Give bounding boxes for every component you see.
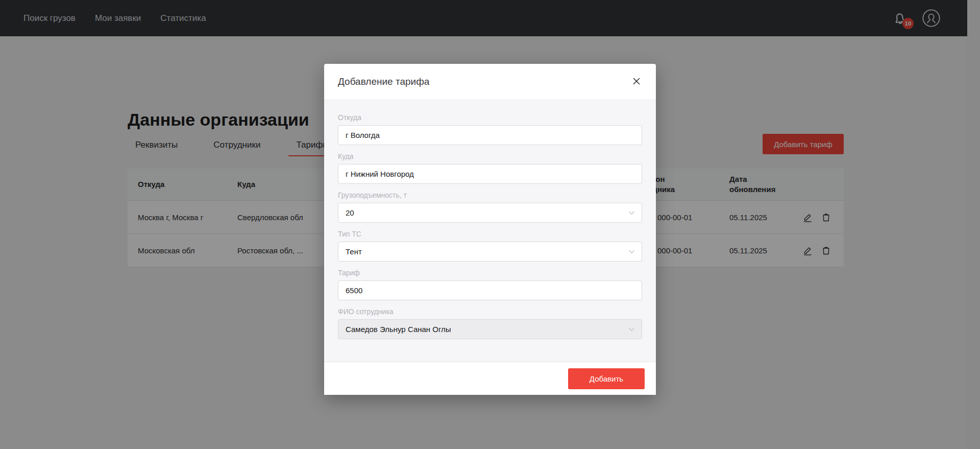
tariff-input[interactable]: 6500 [338, 280, 642, 300]
field-label: Грузоподъемность, т [338, 191, 642, 199]
modal-body: Откуда г Вологда Куда г Нижний Новгород … [324, 100, 656, 362]
modal-title: Добавление тарифа [338, 76, 429, 87]
vehicle-type-select[interactable]: Тент [338, 242, 642, 262]
submit-tariff-button[interactable]: Добавить [568, 368, 645, 389]
to-input[interactable]: г Нижний Новгород [338, 164, 642, 184]
field-label: Тип ТС [338, 230, 642, 238]
field-to: Куда г Нижний Новгород [338, 152, 642, 184]
field-vehicle-type: Тип ТС Тент [338, 230, 642, 262]
modal-header: Добавление тарифа [324, 64, 656, 100]
field-tariff: Тариф 6500 [338, 269, 642, 300]
chevron-down-icon [628, 209, 635, 217]
field-from: Откуда г Вологда [338, 113, 642, 145]
app-screen: Поиск грузов Мои заявки Статистика 10 [0, 0, 980, 449]
employee-select[interactable]: Самедов Эльнур Санан Оглы [338, 319, 642, 339]
field-employee-name: ФИО сотрудника Самедов Эльнур Санан Оглы [338, 308, 642, 339]
field-label: Откуда [338, 113, 642, 122]
close-icon [632, 80, 641, 87]
add-tariff-modal: Добавление тарифа Откуда г Вологда Куда [324, 64, 656, 395]
modal-close-button[interactable] [631, 76, 642, 87]
field-label: Куда [338, 152, 642, 160]
field-label: Тариф [338, 269, 642, 277]
chevron-down-icon [628, 248, 635, 255]
field-label: ФИО сотрудника [338, 308, 642, 316]
field-capacity: Грузоподъемность, т 20 [338, 191, 642, 223]
capacity-select[interactable]: 20 [338, 203, 642, 223]
chevron-down-icon [628, 325, 635, 333]
from-input[interactable]: г Вологда [338, 125, 642, 145]
modal-footer: Добавить [324, 362, 656, 395]
